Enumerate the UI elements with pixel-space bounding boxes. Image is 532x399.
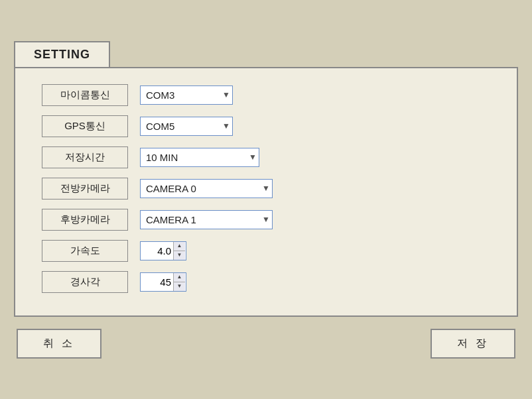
cancel-button[interactable]: 취 소	[17, 329, 101, 359]
spin-up-tilt[interactable]: ▲	[174, 273, 185, 282]
label-savetime: 저장시간	[42, 146, 128, 168]
row-accel: 가속도 ▲ ▼	[42, 240, 490, 262]
select-wrapper-gps: COM1 COM2 COM3 COM4 COM5 ▼	[140, 117, 233, 136]
label-frontcam: 전방카메라	[42, 178, 128, 200]
main-panel: 마이콤통신 COM1 COM2 COM3 COM4 COM5 ▼ GPS통신 C…	[14, 67, 518, 317]
spinbox-tilt: ▲ ▼	[140, 272, 186, 292]
spin-buttons-accel: ▲ ▼	[173, 242, 185, 260]
row-rearcam: 후방카메라 CAMERA 0 CAMERA 1 CAMERA 2 ▼	[42, 209, 490, 231]
row-tilt: 경사각 ▲ ▼	[42, 271, 490, 293]
tab-setting[interactable]: SETTING	[14, 41, 110, 67]
label-tilt: 경사각	[42, 271, 128, 293]
bottom-bar: 취 소 저 장	[14, 329, 518, 359]
label-mycom: 마이콤통신	[42, 84, 128, 106]
label-accel: 가속도	[42, 240, 128, 262]
select-wrapper-savetime: 5 MIN 10 MIN 15 MIN 30 MIN ▼	[140, 148, 259, 167]
tab-bar: SETTING	[14, 41, 518, 67]
select-frontcam[interactable]: CAMERA 0 CAMERA 1 CAMERA 2	[140, 179, 273, 198]
row-savetime: 저장시간 5 MIN 10 MIN 15 MIN 30 MIN ▼	[42, 146, 490, 168]
select-wrapper-mycom: COM1 COM2 COM3 COM4 COM5 ▼	[140, 86, 233, 105]
select-mycom[interactable]: COM1 COM2 COM3 COM4 COM5	[140, 86, 233, 105]
spinbox-accel: ▲ ▼	[140, 241, 186, 260]
row-gps: GPS통신 COM1 COM2 COM3 COM4 COM5 ▼	[42, 115, 490, 137]
spin-up-accel[interactable]: ▲	[174, 242, 185, 251]
select-wrapper-rearcam: CAMERA 0 CAMERA 1 CAMERA 2 ▼	[140, 210, 273, 229]
select-savetime[interactable]: 5 MIN 10 MIN 15 MIN 30 MIN	[140, 148, 259, 167]
select-rearcam[interactable]: CAMERA 0 CAMERA 1 CAMERA 2	[140, 210, 273, 229]
select-gps[interactable]: COM1 COM2 COM3 COM4 COM5	[140, 117, 233, 136]
row-mycom: 마이콤통신 COM1 COM2 COM3 COM4 COM5 ▼	[42, 84, 490, 106]
label-rearcam: 후방카메라	[42, 209, 128, 231]
select-wrapper-frontcam: CAMERA 0 CAMERA 1 CAMERA 2 ▼	[140, 179, 273, 198]
save-button[interactable]: 저 장	[431, 329, 515, 359]
row-frontcam: 전방카메라 CAMERA 0 CAMERA 1 CAMERA 2 ▼	[42, 178, 490, 200]
spin-down-tilt[interactable]: ▼	[174, 282, 185, 291]
label-gps: GPS통신	[42, 115, 128, 137]
spin-down-accel[interactable]: ▼	[174, 251, 185, 260]
spin-buttons-tilt: ▲ ▼	[173, 273, 185, 291]
main-window: SETTING 마이콤통신 COM1 COM2 COM3 COM4 COM5 ▼…	[14, 41, 518, 359]
